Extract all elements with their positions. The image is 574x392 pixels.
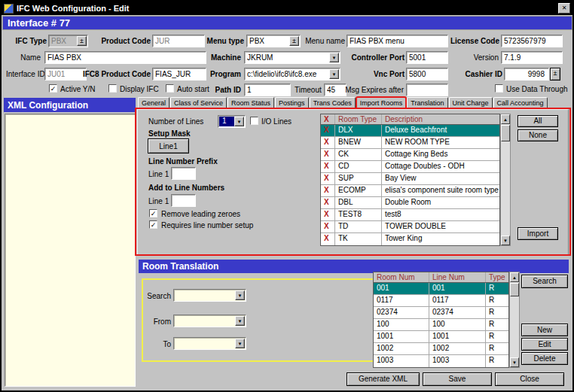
remove-leading-zeroes-checkbox[interactable]: ✓ [149,209,157,217]
table-row[interactable]: X TD TOWER DOUBLE [321,221,499,233]
license-code-field[interactable]: 5723567979 [501,35,563,47]
line-prefix-input[interactable] [171,167,196,180]
delete-mark-icon[interactable]: X [321,233,335,245]
tab-general[interactable]: General [138,97,169,110]
vnc-port-field[interactable]: 5800 [406,68,448,81]
table-row[interactable]: 02374 02374 R [374,307,508,319]
tab-unit-charge[interactable]: Unit Charge [449,97,493,110]
line1-button[interactable]: Line1 [148,138,189,153]
dropdown-icon[interactable]: ▼ [234,117,244,126]
cashier-id-spinner[interactable]: ± [550,68,560,81]
new-button[interactable]: New [521,324,568,336]
menu-type-combobox[interactable]: PBX ± [246,35,301,47]
active-yn-label: Active Y/N [60,85,96,94]
version-field[interactable]: 7.1.9 [501,51,563,64]
table-row[interactable]: X CD Cottage Doubles - ODH [321,161,499,173]
ifc8-product-code-field[interactable]: FIAS_JUR [152,68,206,81]
requires-line-number-setup-checkbox[interactable]: ✓ [149,220,157,229]
msg-expires-field[interactable] [406,84,448,96]
delete-button[interactable]: Delete [521,352,568,365]
tab-class-of-service[interactable]: Class of Service [170,97,227,110]
tab-room-status[interactable]: Room Status [227,97,274,110]
dropdown-icon[interactable]: ▼ [235,339,245,348]
table-row[interactable]: X TK Tower King [321,233,499,245]
room-translation-scrollbar[interactable]: ▲ ▼ [509,272,520,368]
table-row[interactable]: 001 001 R [374,283,508,295]
delete-mark-icon[interactable]: X [321,149,335,160]
machine-combobox[interactable]: JKRUM ▼ [244,51,340,64]
scroll-down-icon[interactable]: ▼ [501,236,510,245]
tab-trans-codes[interactable]: Trans Codes [310,97,356,110]
table-row[interactable]: X SUP Bay View [321,173,499,185]
save-button[interactable]: Save [423,372,492,386]
delete-mark-icon[interactable]: X [321,209,335,220]
tab-postings[interactable]: Postings [275,97,309,110]
to-combobox[interactable]: ▼ [173,337,246,350]
from-combobox[interactable]: ▼ [173,315,246,327]
spin-icon[interactable]: ± [77,36,87,46]
delete-mark-icon[interactable]: X [321,161,335,172]
search-combobox[interactable]: ▼ [173,289,246,302]
cashier-id-field[interactable]: 9998 [504,68,549,81]
tab-translation[interactable]: Translation [407,97,447,110]
tab-import-rooms[interactable]: Import Rooms [356,97,407,110]
table-row[interactable]: 1002 1002 R [374,343,508,355]
delete-mark-icon[interactable]: X [321,221,335,232]
program-label: Program [205,70,241,79]
delete-mark-icon[interactable]: X [321,173,335,184]
none-button[interactable]: None [518,129,558,141]
close-button[interactable]: Close [495,372,564,386]
controller-port-field[interactable]: 5001 [406,51,448,64]
timeout-field[interactable]: 45 [324,84,347,96]
number-of-lines-combobox[interactable]: 1 ▼ [218,115,246,128]
xml-configuration-tree[interactable] [5,114,136,387]
use-data-through-checkbox[interactable] [495,84,503,93]
dropdown-icon[interactable]: ▼ [329,69,339,79]
scroll-up-icon[interactable]: ▲ [501,114,510,124]
dropdown-icon[interactable]: ▼ [235,316,245,326]
dropdown-icon[interactable]: ▼ [329,53,339,62]
table-row[interactable]: 1003 1003 R [374,355,508,367]
room-types-scrollbar[interactable]: ▲ ▼ [500,114,511,246]
title-bar[interactable]: IFC Web Configuration - Edit ✕ [2,2,572,15]
table-row[interactable]: 0117 0117 R [374,295,508,307]
table-row[interactable]: 1001 1001 R [374,331,508,343]
table-row[interactable]: X CK Cottage King Beds [321,149,499,161]
display-ifc-checkbox[interactable] [108,84,117,93]
delete-mark-icon[interactable]: X [321,125,335,136]
table-row[interactable]: X BNEW NEW ROOM TYPE [321,137,499,149]
ifc-type-combobox[interactable]: PBX ± [48,35,88,47]
table-row[interactable]: X ECOMP elisa's component suite room typ… [321,185,499,197]
delete-mark-icon[interactable]: X [321,185,335,196]
menu-name-field[interactable]: FIAS PBX menu [347,35,448,47]
scrollbar-thumb[interactable] [510,283,519,296]
edit-button[interactable]: Edit [521,338,568,351]
table-row[interactable]: 100 100 R [374,319,508,331]
menu-name-label: Menu name [301,37,345,46]
delete-mark-icon[interactable]: X [321,197,335,208]
io-lines-checkbox[interactable] [250,117,258,125]
import-button[interactable]: Import [518,227,558,240]
tab-call-accounting[interactable]: Call Accounting [493,97,548,110]
search-button[interactable]: Search [521,275,568,288]
spin-icon[interactable]: ± [289,36,299,46]
table-row[interactable]: X DLX Deluxe Beachfront [321,125,499,137]
close-icon[interactable]: ✕ [558,3,570,14]
table-row[interactable]: X TEST8 test8 [321,209,499,221]
xml-configuration-header: XML Configuration [4,98,136,112]
delete-mark-icon[interactable]: X [321,137,335,148]
line-num-cell: 1002 [429,343,486,354]
scroll-up-icon[interactable]: ▲ [510,272,519,282]
all-button[interactable]: All [518,115,558,127]
scroll-down-icon[interactable]: ▼ [510,357,519,367]
generate-xml-button[interactable]: Generate XML [347,372,420,386]
table-row[interactable]: X DBL Double Room [321,197,499,209]
auto-start-checkbox[interactable] [166,84,174,93]
scrollbar-thumb[interactable] [501,125,510,141]
path-id-field[interactable]: 1 [244,84,291,96]
dropdown-icon[interactable]: ▼ [235,290,245,300]
active-yn-checkbox[interactable]: ✓ [49,84,57,93]
name-field[interactable]: FIAS PBX [44,51,206,64]
program-combobox[interactable]: c:\fidelio\ifc8\ifc8.exe ▼ [244,68,340,81]
line-add-input[interactable] [171,194,196,207]
